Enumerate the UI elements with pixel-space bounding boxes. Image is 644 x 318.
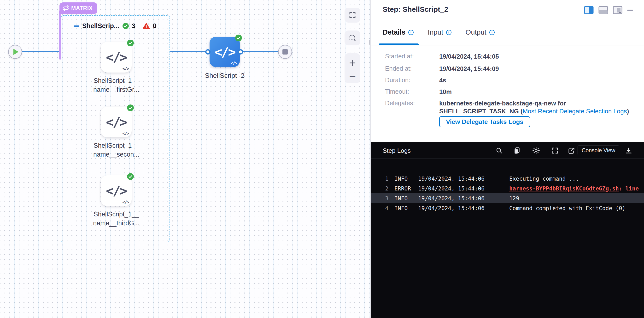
panel-title: Step: ShellScript_2 [383, 5, 448, 14]
matrix-node-1[interactable]: </> </> [101, 42, 132, 73]
log-settings-button[interactable] [532, 146, 540, 155]
layout-floating-panel-icon [613, 6, 622, 15]
shell-script-small-icon: </> [122, 200, 129, 205]
node-success-badge [235, 35, 242, 41]
step2-node[interactable]: </> </> [210, 37, 240, 67]
zoom-in-button[interactable]: + [349, 56, 356, 70]
step-logs-panel: Step Logs [371, 142, 644, 318]
log-copy-button[interactable] [512, 146, 521, 155]
log-line-1: 1 INFO 19/04/2024, 15:44:06 Executing co… [371, 174, 644, 184]
info-icon[interactable] [446, 30, 452, 35]
log-line-2: 2 ERROR 19/04/2024, 15:44:06 harness-BYP… [371, 184, 644, 193]
node-success-badge [127, 104, 134, 111]
detail-row-timeout: Timeout: 10m [385, 88, 452, 96]
info-icon[interactable] [489, 30, 495, 35]
matrix-node-2[interactable]: </> </> [101, 107, 132, 137]
step-logs-title: Step Logs [383, 147, 411, 154]
copy-icon [513, 147, 521, 154]
step2-output-port[interactable] [238, 49, 243, 55]
pipeline-canvas[interactable]: MATRIX ShellScrip... 3 0 [0, 0, 371, 318]
harness-execution-view: MATRIX ShellScrip... 3 0 [0, 0, 644, 318]
matrix-group-container: ShellScrip... 3 0 </> </> [61, 15, 170, 242]
layout-bottom-panel-icon [598, 6, 608, 15]
warning-triangle-icon [143, 23, 150, 29]
marquee-select-button[interactable] [344, 31, 360, 45]
delegate-selection-logs-link[interactable]: Most Recent Delegate Selection Logs [523, 108, 627, 115]
play-icon [14, 49, 18, 55]
download-icon [625, 147, 632, 154]
layout-floating-panel-button[interactable] [613, 6, 622, 15]
fit-to-screen-icon [348, 11, 356, 19]
shell-script-small-icon: </> [230, 61, 237, 66]
pipeline-start-node[interactable] [8, 45, 22, 59]
log-line-4: 4 INFO 19/04/2024, 15:44:06 Command comp… [371, 203, 644, 213]
step2-input-port[interactable] [205, 49, 210, 55]
layout-bottom-panel-button[interactable] [598, 6, 608, 15]
external-link-icon [568, 147, 575, 154]
detail-row-ended: Ended at: 19/04/2024, 15:44:09 [385, 65, 499, 73]
logs-header-divider [371, 158, 644, 159]
log-search-button[interactable] [495, 146, 504, 155]
node-success-badge [127, 40, 134, 46]
log-fullscreen-button[interactable] [550, 146, 559, 155]
matrix-node-1-label: ShellScript_1__ name__firstGr... [82, 76, 151, 94]
gear-icon [532, 146, 540, 155]
console-view-button[interactable]: Console View [578, 145, 619, 155]
tab-input[interactable]: Input [428, 28, 452, 36]
matrix-node-3-label: ShellScript_1__ name__thirdG... [82, 210, 151, 228]
layout-right-panel-icon [584, 6, 594, 15]
detail-row-duration: Duration: 4s [385, 76, 446, 84]
matrix-badge[interactable]: MATRIX [60, 3, 97, 14]
collapse-matrix-icon[interactable] [74, 26, 79, 27]
edge-start-to-matrix [22, 51, 60, 52]
count-divider [139, 22, 139, 30]
shell-script-small-icon: </> [122, 66, 129, 71]
marquee-select-icon [348, 34, 356, 42]
matrix-title: ShellScrip... [82, 22, 120, 30]
edge-matrix-to-step2 [170, 51, 208, 52]
detail-row-started: Started at: 19/04/2024, 15:44:05 [385, 53, 499, 61]
step2-label: ShellScript_2 [190, 71, 260, 80]
info-icon[interactable] [408, 30, 414, 35]
log-line-3: 3 INFO 19/04/2024, 15:44:06 129 [371, 193, 644, 203]
delegates-value: kubernetes-delegate-backstage-qa-new for… [439, 99, 629, 115]
panel-resize-handle[interactable] [369, 40, 370, 45]
minimize-icon [627, 10, 633, 11]
detail-tabs: Details Input Output [383, 28, 495, 36]
matrix-left-strip [59, 11, 61, 60]
panel-window-controls [584, 6, 633, 15]
log-download-button[interactable] [624, 146, 633, 155]
edge-step2-to-end [242, 51, 278, 52]
matrix-failed-count: 0 [153, 22, 156, 30]
search-icon [496, 147, 503, 154]
fit-to-screen-button[interactable] [344, 8, 360, 23]
matrix-header: ShellScrip... 3 0 [74, 22, 156, 30]
matrix-success-count: 3 [132, 22, 136, 30]
detail-row-delegates: Delegates: kubernetes-delegate-backstage… [385, 99, 629, 115]
zoom-controls: + − [344, 53, 360, 83]
matrix-loop-icon [63, 5, 69, 11]
matrix-node-3[interactable]: </> </> [101, 175, 132, 206]
node-success-badge [127, 173, 134, 180]
view-delegate-tasks-logs-button[interactable]: View Delegate Tasks Logs [439, 116, 530, 127]
error-script-link[interactable]: harness-BYPP4bBIRqisKCo6dteGZg.sh [509, 186, 619, 192]
matrix-node-2-label: ShellScript_1__ name__secon... [82, 141, 151, 159]
shell-script-small-icon: </> [122, 131, 129, 136]
fullscreen-icon [551, 147, 559, 154]
matrix-badge-label: MATRIX [71, 5, 92, 12]
log-open-new-tab-button[interactable] [567, 146, 576, 155]
tab-details[interactable]: Details [383, 28, 414, 36]
tab-output[interactable]: Output [466, 28, 495, 36]
minimize-panel-button[interactable] [627, 10, 633, 11]
pipeline-end-node[interactable] [278, 45, 292, 59]
stop-icon [282, 49, 288, 55]
layout-right-panel-button[interactable] [584, 6, 594, 15]
tabs-divider [371, 45, 644, 45]
success-check-icon [122, 23, 129, 29]
step-details-panel: Step: ShellScript_2 [371, 0, 644, 318]
zoom-out-button[interactable]: − [349, 73, 356, 80]
